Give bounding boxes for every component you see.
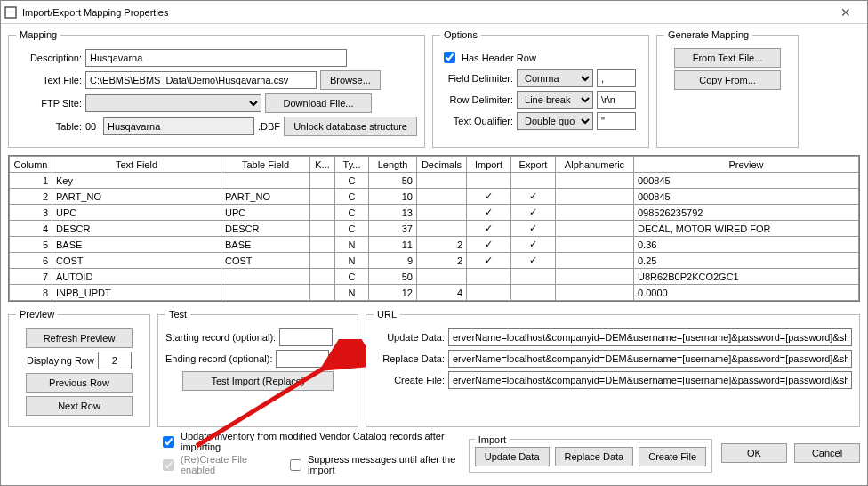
from-text-file-button[interactable]: From Text File... (674, 48, 781, 68)
th-type[interactable]: Ty... (335, 157, 369, 173)
field-delim-select[interactable]: Comma (517, 69, 593, 87)
table-cell[interactable] (310, 269, 335, 285)
has-header-checkbox[interactable] (444, 52, 455, 63)
table-cell[interactable]: 12 (369, 285, 417, 301)
table-cell[interactable]: 13 (369, 205, 417, 221)
previous-row-button[interactable]: Previous Row (26, 373, 133, 393)
table-cell[interactable]: INPB_UPDT (52, 285, 221, 301)
table-cell[interactable]: 9 (369, 253, 417, 269)
table-row[interactable]: 3UPCUPCC13✓✓098526235792 (10, 205, 859, 221)
table-cell[interactable] (467, 173, 511, 189)
create-file-input[interactable] (448, 371, 852, 389)
table-cell[interactable]: U8R62B0P2KCO2GC1 (634, 269, 859, 285)
table-cell[interactable]: ✓ (511, 253, 556, 269)
table-cell[interactable]: ✓ (511, 189, 556, 205)
cancel-button[interactable]: Cancel (794, 443, 860, 463)
table-cell[interactable]: ✓ (467, 205, 511, 221)
th-alpha[interactable]: Alphanumeric (556, 157, 634, 173)
table-cell[interactable]: C (335, 221, 369, 237)
table-cell[interactable]: 0.0000 (634, 285, 859, 301)
th-preview[interactable]: Preview (634, 157, 859, 173)
table-cell[interactable] (417, 205, 467, 221)
ok-button[interactable]: OK (721, 443, 787, 463)
table-cell[interactable] (310, 253, 335, 269)
table-cell[interactable]: 0.25 (634, 253, 859, 269)
table-cell[interactable] (556, 285, 634, 301)
table-cell[interactable] (417, 269, 467, 285)
update-data-button[interactable]: Update Data (475, 447, 550, 466)
table-cell[interactable] (310, 173, 335, 189)
table-row[interactable]: 6COSTCOSTN92✓✓0.25 (10, 253, 859, 269)
table-cell[interactable]: 3 (10, 205, 52, 221)
textfile-input[interactable] (85, 71, 317, 89)
table-cell[interactable] (310, 189, 335, 205)
table-cell[interactable]: Key (52, 173, 221, 189)
table-cell[interactable] (417, 189, 467, 205)
table-cell[interactable]: BASE (221, 237, 310, 253)
table-cell[interactable] (467, 269, 511, 285)
table-cell[interactable]: AUTOID (52, 269, 221, 285)
table-cell[interactable]: PART_NO (52, 189, 221, 205)
browse-button[interactable]: Browse... (320, 70, 381, 90)
table-cell[interactable]: 0.36 (634, 237, 859, 253)
table-cell[interactable]: 2 (10, 189, 52, 205)
table-cell[interactable]: 6 (10, 253, 52, 269)
table-cell[interactable] (310, 285, 335, 301)
table-cell[interactable]: 2 (417, 237, 467, 253)
table-cell[interactable]: 7 (10, 269, 52, 285)
close-icon[interactable]: ✕ (828, 5, 864, 20)
table-cell[interactable] (511, 285, 556, 301)
table-cell[interactable]: ✓ (511, 237, 556, 253)
text-qual-char[interactable] (597, 112, 636, 130)
table-row[interactable]: 5BASEBASEN112✓✓0.36 (10, 237, 859, 253)
table-cell[interactable]: 11 (369, 237, 417, 253)
table-cell[interactable] (511, 269, 556, 285)
table-cell[interactable]: 10 (369, 189, 417, 205)
refresh-preview-button[interactable]: Refresh Preview (26, 328, 133, 348)
copy-from-button[interactable]: Copy From... (674, 70, 781, 90)
th-import[interactable]: Import (467, 157, 511, 173)
th-length[interactable]: Length (369, 157, 417, 173)
table-cell[interactable]: C (335, 269, 369, 285)
field-delim-char[interactable] (597, 69, 636, 87)
text-qual-select[interactable]: Double quote (517, 112, 593, 130)
table-cell[interactable] (221, 285, 310, 301)
table-row[interactable]: 2PART_NOPART_NOC10✓✓000845 (10, 189, 859, 205)
table-cell[interactable]: N (335, 285, 369, 301)
table-cell[interactable] (310, 205, 335, 221)
table-cell[interactable] (556, 221, 634, 237)
table-cell[interactable]: DESCR (52, 221, 221, 237)
table-cell[interactable]: 4 (10, 221, 52, 237)
table-cell[interactable]: ✓ (511, 221, 556, 237)
table-cell[interactable]: N (335, 237, 369, 253)
table-cell[interactable] (417, 221, 467, 237)
table-cell[interactable]: 2 (417, 253, 467, 269)
table-row[interactable]: 1KeyC50000845 (10, 173, 859, 189)
row-delim-select[interactable]: Line break (517, 91, 593, 109)
table-cell[interactable]: 000845 (634, 189, 859, 205)
table-cell[interactable] (221, 173, 310, 189)
table-cell[interactable]: BASE (52, 237, 221, 253)
description-input[interactable] (85, 49, 347, 67)
table-cell[interactable] (556, 253, 634, 269)
th-decimals[interactable]: Decimals (417, 157, 467, 173)
table-cell[interactable] (556, 205, 634, 221)
th-export[interactable]: Export (511, 157, 556, 173)
table-cell[interactable]: 50 (369, 173, 417, 189)
next-row-button[interactable]: Next Row (26, 396, 133, 416)
unlock-button[interactable]: Unlock database structure (284, 117, 417, 136)
replace-data-input[interactable] (448, 350, 852, 368)
table-cell[interactable]: C (335, 173, 369, 189)
create-file-button[interactable]: Create File (639, 447, 706, 466)
th-column[interactable]: Column (10, 157, 52, 173)
table-cell[interactable]: ✓ (467, 237, 511, 253)
test-import-button[interactable]: Test Import (Replace) (182, 371, 334, 391)
table-cell[interactable]: COST (52, 253, 221, 269)
table-cell[interactable]: C (335, 205, 369, 221)
table-cell[interactable]: 4 (417, 285, 467, 301)
table-cell[interactable] (221, 269, 310, 285)
th-textfield[interactable]: Text Field (52, 157, 221, 173)
table-row[interactable]: 8INPB_UPDTN1240.0000 (10, 285, 859, 301)
update-data-input[interactable] (448, 328, 852, 346)
update-inventory-checkbox[interactable] (163, 436, 174, 448)
